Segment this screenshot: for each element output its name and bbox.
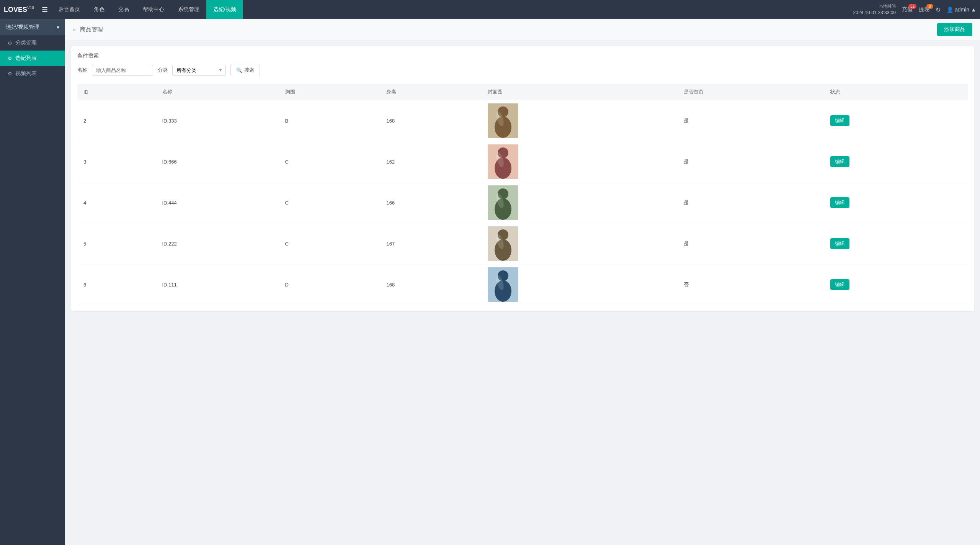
cell-cover	[482, 264, 677, 305]
cell-status: 编辑	[824, 100, 968, 141]
cell-id: 2	[77, 100, 156, 141]
edit-button[interactable]: 编辑	[830, 115, 849, 126]
content-card: 条件搜索 名称 分类 所有分类 ▼ 🔍 搜索	[71, 46, 974, 311]
breadcrumb-arrow: »	[73, 26, 76, 33]
table-wrapper: ID 名称 胸围 身高 封面图 是否首页 状态 2 ID:333 B 168 是	[77, 84, 968, 305]
cell-name: ID:111	[156, 264, 279, 305]
top-nav-right: 当地时间 2024-10-01 23:33:09 充值 32 提现 0 ↻ 👤 …	[853, 3, 976, 16]
cell-id: 3	[77, 141, 156, 182]
col-chest: 胸围	[279, 84, 381, 100]
app-logo: LOVESV10	[4, 6, 34, 14]
cell-homepage: 否	[678, 264, 825, 305]
cell-homepage: 是	[678, 141, 825, 182]
product-table: ID 名称 胸围 身高 封面图 是否首页 状态 2 ID:333 B 168 是	[77, 84, 968, 305]
top-nav: LOVESV10 ☰ 后台首页 角色 交易 帮助中心 系统管理 选妃/视频 当地…	[0, 0, 980, 19]
withdraw-button[interactable]: 提现 0	[919, 6, 929, 13]
search-row: 名称 分类 所有分类 ▼ 🔍 搜索	[77, 64, 968, 76]
cell-id: 5	[77, 223, 156, 264]
cell-name: ID:444	[156, 182, 279, 223]
table-row: 5 ID:222 C 167 是 编辑	[77, 223, 968, 264]
menu-toggle-button[interactable]: ☰	[42, 5, 48, 14]
time-display: 当地时间 2024-10-01 23:33:09	[853, 3, 896, 16]
cell-name: ID:222	[156, 223, 279, 264]
search-icon: 🔍	[236, 67, 242, 73]
category-icon: ⚙	[8, 40, 12, 46]
cell-cover	[482, 182, 677, 223]
sidebar: 选妃/视频管理 ▾ ⚙ 分类管理 ⚙ 选妃列表 ⚙ 视频列表	[0, 19, 65, 545]
video-list-icon: ⚙	[8, 71, 12, 77]
cell-height: 167	[380, 223, 482, 264]
withdraw-badge: 0	[926, 4, 933, 9]
breadcrumb-bar: » 商品管理 添加商品	[65, 19, 980, 40]
nav-item-trade[interactable]: 交易	[111, 0, 136, 19]
cell-chest: D	[279, 264, 381, 305]
user-dropdown-icon: ▲	[971, 7, 976, 13]
cell-chest: C	[279, 182, 381, 223]
cell-status: 编辑	[824, 264, 968, 305]
cell-name: ID:333	[156, 100, 279, 141]
user-menu[interactable]: 👤 admin ▲	[947, 7, 976, 13]
name-search-input[interactable]	[92, 65, 153, 76]
cell-homepage: 是	[678, 100, 825, 141]
cell-height: 162	[380, 141, 482, 182]
main-content: » 商品管理 添加商品 条件搜索 名称 分类 所有分类 ▼	[65, 19, 980, 545]
cell-chest: C	[279, 223, 381, 264]
user-icon: 👤	[947, 7, 953, 13]
table-row: 2 ID:333 B 168 是 编辑	[77, 100, 968, 141]
col-name: 名称	[156, 84, 279, 100]
sidebar-group-xuanfei[interactable]: 选妃/视频管理 ▾	[0, 19, 65, 35]
refresh-button[interactable]: ↻	[936, 6, 941, 13]
edit-button[interactable]: 编辑	[830, 238, 849, 249]
cell-cover	[482, 100, 677, 141]
sidebar-item-xuanfei-list[interactable]: ⚙ 选妃列表	[0, 51, 65, 66]
cell-name: ID:666	[156, 141, 279, 182]
cell-cover	[482, 141, 677, 182]
cell-status: 编辑	[824, 182, 968, 223]
table-row: 3 ID:666 C 162 是 编辑	[77, 141, 968, 182]
table-row: 4 ID:444 C 166 是 编辑	[77, 182, 968, 223]
edit-button[interactable]: 编辑	[830, 279, 849, 290]
nav-item-dashboard[interactable]: 后台首页	[52, 0, 87, 19]
nav-item-xuanfei[interactable]: 选妃/视频	[206, 0, 243, 19]
edit-button[interactable]: 编辑	[830, 197, 849, 208]
cell-id: 4	[77, 182, 156, 223]
search-section: 条件搜索 名称 分类 所有分类 ▼ 🔍 搜索	[77, 52, 968, 76]
cell-height: 168	[380, 264, 482, 305]
table-header-row: ID 名称 胸围 身高 封面图 是否首页 状态	[77, 84, 968, 100]
breadcrumb: » 商品管理	[73, 26, 103, 33]
table-row: 6 ID:111 D 168 否 编辑	[77, 264, 968, 305]
cell-homepage: 是	[678, 223, 825, 264]
cell-chest: B	[279, 100, 381, 141]
layout: 选妃/视频管理 ▾ ⚙ 分类管理 ⚙ 选妃列表 ⚙ 视频列表 » 商品管理 添加…	[0, 19, 980, 545]
category-select-wrapper: 所有分类 ▼	[172, 65, 226, 76]
category-select[interactable]: 所有分类	[172, 65, 226, 76]
cell-status: 编辑	[824, 141, 968, 182]
table-body: 2 ID:333 B 168 是 编辑 3 ID:666 C 162 是 编辑 …	[77, 100, 968, 305]
col-height: 身高	[380, 84, 482, 100]
table-head: ID 名称 胸围 身高 封面图 是否首页 状态	[77, 84, 968, 100]
nav-item-system[interactable]: 系统管理	[171, 0, 206, 19]
cell-cover	[482, 223, 677, 264]
search-title: 条件搜索	[77, 52, 968, 59]
cell-status: 编辑	[824, 223, 968, 264]
category-label: 分类	[158, 67, 168, 74]
nav-item-help[interactable]: 帮助中心	[136, 0, 171, 19]
sidebar-item-category[interactable]: ⚙ 分类管理	[0, 35, 65, 51]
cell-id: 6	[77, 264, 156, 305]
cell-height: 168	[380, 100, 482, 141]
sidebar-group-arrow: ▾	[57, 24, 59, 30]
col-id: ID	[77, 84, 156, 100]
sidebar-item-video-list[interactable]: ⚙ 视频列表	[0, 66, 65, 81]
recharge-badge: 32	[908, 4, 916, 9]
col-status: 状态	[824, 84, 968, 100]
cell-chest: C	[279, 141, 381, 182]
recharge-button[interactable]: 充值 32	[902, 6, 913, 13]
edit-button[interactable]: 编辑	[830, 156, 849, 167]
nav-item-role[interactable]: 角色	[87, 0, 111, 19]
cell-homepage: 是	[678, 182, 825, 223]
col-homepage: 是否首页	[678, 84, 825, 100]
nav-items: 后台首页 角色 交易 帮助中心 系统管理 选妃/视频	[52, 0, 853, 19]
name-label: 名称	[77, 67, 87, 74]
search-button[interactable]: 🔍 搜索	[230, 64, 260, 76]
add-product-button[interactable]: 添加商品	[937, 23, 972, 36]
